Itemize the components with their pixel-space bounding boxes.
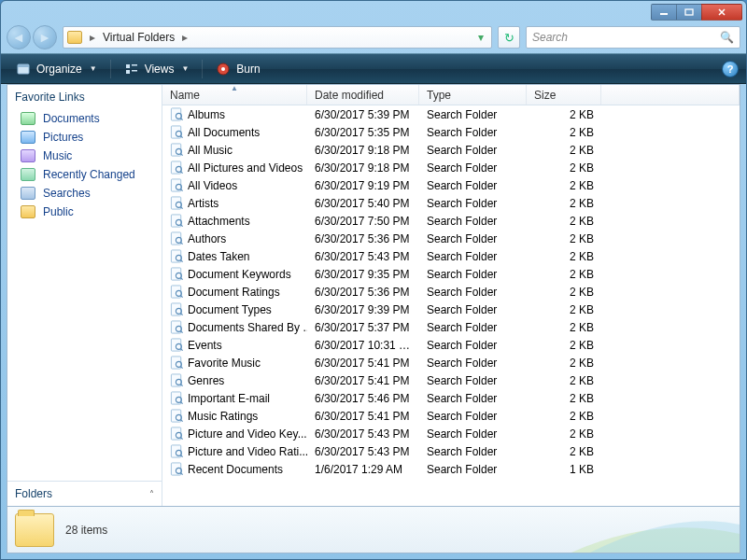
column-headers: ▲ Name Date modified Type Size	[162, 85, 740, 105]
titlebar[interactable]	[1, 1, 746, 21]
folder-icon	[15, 513, 54, 547]
burn-icon	[216, 62, 231, 77]
sidebar-item-public[interactable]: Public	[11, 203, 158, 221]
list-item[interactable]: Picture and Video Key...6/30/2017 5:43 P…	[162, 425, 740, 442]
forward-button[interactable]: ►	[33, 25, 57, 49]
chevron-down-icon: ▼	[90, 64, 97, 73]
breadcrumb-sep: ▸	[88, 31, 97, 44]
column-type[interactable]: Type	[419, 85, 527, 105]
burn-button[interactable]: Burn	[208, 59, 267, 79]
folder-icon	[67, 31, 82, 44]
column-name[interactable]: ▲ Name	[162, 85, 307, 105]
minimize-button[interactable]	[651, 4, 677, 21]
svg-rect-6	[126, 70, 130, 74]
maximize-button[interactable]	[676, 4, 702, 21]
svg-rect-7	[132, 70, 137, 72]
list-item[interactable]: All Documents6/30/2017 5:35 PMSearch Fol…	[162, 123, 740, 141]
sidebar-item-searches[interactable]: Searches	[11, 184, 158, 203]
body-area: Favorite Links DocumentsPicturesMusicRec…	[7, 84, 740, 507]
search-folder-icon	[170, 462, 184, 476]
sidebar-item-recently-changed[interactable]: Recently Changed	[11, 165, 158, 184]
search-folder-icon	[170, 391, 184, 405]
search-folder-icon	[170, 214, 184, 228]
search-folder-icon	[170, 356, 184, 370]
list-item[interactable]: Albums6/30/2017 5:39 PMSearch Folder2 KB	[162, 105, 740, 123]
svg-rect-3	[18, 64, 29, 67]
search-folder-icon	[170, 409, 184, 423]
svg-rect-5	[132, 64, 137, 66]
navigation-pane: Favorite Links DocumentsPicturesMusicRec…	[7, 85, 162, 506]
refresh-button[interactable]: ↻	[498, 26, 520, 49]
search-placeholder: Search	[532, 31, 568, 44]
list-item[interactable]: All Videos6/30/2017 9:19 PMSearch Folder…	[162, 176, 740, 194]
pic-icon	[21, 131, 35, 144]
sidebar-item-music[interactable]: Music	[11, 147, 158, 165]
srch-icon	[21, 187, 35, 200]
list-item[interactable]: Document Keywords6/30/2017 9:35 PMSearch…	[162, 265, 740, 283]
svg-rect-1	[685, 9, 693, 15]
list-item[interactable]: Favorite Music6/30/2017 5:41 PMSearch Fo…	[162, 354, 740, 371]
back-button[interactable]: ◄	[7, 25, 31, 49]
file-list-body[interactable]: Albums6/30/2017 5:39 PMSearch Folder2 KB…	[162, 105, 740, 506]
search-folder-icon	[170, 338, 184, 352]
list-item[interactable]: Dates Taken6/30/2017 5:43 PMSearch Folde…	[162, 247, 740, 265]
views-button[interactable]: Views ▼	[117, 59, 197, 79]
column-date[interactable]: Date modified	[307, 85, 419, 105]
address-bar[interactable]: ▸ Virtual Folders ▸ ▾	[63, 26, 492, 49]
organize-button[interactable]: Organize ▼	[8, 59, 105, 79]
svg-rect-4	[126, 64, 130, 68]
pub-icon	[21, 205, 35, 218]
close-button[interactable]	[701, 4, 742, 21]
mus-icon	[21, 149, 35, 162]
list-item[interactable]: Events6/30/2017 10:31 PMSearch Folder2 K…	[162, 336, 740, 354]
list-item[interactable]: Music Ratings6/30/2017 5:41 PMSearch Fol…	[162, 407, 740, 425]
file-list: ▲ Name Date modified Type Size Albums6/3…	[162, 85, 740, 506]
search-folder-icon	[170, 125, 184, 139]
nav-row: ◄ ► ▸ Virtual Folders ▸ ▾ ↻ Search 🔍	[1, 21, 746, 53]
list-item[interactable]: All Pictures and Videos6/30/2017 9:18 PM…	[162, 159, 740, 176]
sidebar-item-documents[interactable]: Documents	[11, 109, 158, 128]
breadcrumb-sep: ▸	[180, 31, 190, 44]
sidebar-item-pictures[interactable]: Pictures	[11, 128, 158, 147]
search-input[interactable]: Search 🔍	[526, 26, 740, 49]
sort-asc-icon: ▲	[231, 84, 238, 92]
list-item[interactable]: Important E-mail6/30/2017 5:46 PMSearch …	[162, 389, 740, 407]
item-count: 28 items	[65, 524, 107, 537]
breadcrumb-location[interactable]: Virtual Folders	[97, 31, 180, 44]
organize-icon	[16, 62, 31, 77]
list-item[interactable]: Genres6/30/2017 5:41 PMSearch Folder2 KB	[162, 371, 740, 389]
rec-icon	[21, 168, 35, 181]
search-folder-icon	[170, 302, 184, 316]
column-size[interactable]: Size	[527, 85, 601, 105]
address-dropdown-icon[interactable]: ▾	[474, 31, 487, 44]
list-item[interactable]: Recent Documents1/6/2017 1:29 AMSearch F…	[162, 460, 740, 478]
list-item[interactable]: Picture and Video Rati...6/30/2017 5:43 …	[162, 442, 740, 460]
search-icon: 🔍	[720, 31, 734, 44]
search-folder-icon	[170, 267, 184, 281]
doc-icon	[21, 112, 35, 125]
search-folder-icon	[170, 107, 184, 121]
search-folder-icon	[170, 161, 184, 175]
folders-header[interactable]: Folders ˄	[7, 481, 162, 506]
svg-point-9	[221, 67, 225, 71]
search-folder-icon	[170, 373, 184, 387]
list-item[interactable]: Document Ratings6/30/2017 5:36 PMSearch …	[162, 283, 740, 301]
help-button[interactable]: ?	[722, 61, 739, 77]
list-item[interactable]: Document Types6/30/2017 9:39 PMSearch Fo…	[162, 301, 740, 318]
svg-rect-0	[660, 13, 668, 15]
search-folder-icon	[170, 285, 184, 299]
explorer-window: ◄ ► ▸ Virtual Folders ▸ ▾ ↻ Search 🔍 Org…	[0, 0, 747, 560]
search-folder-icon	[170, 427, 184, 441]
search-folder-icon	[170, 178, 184, 192]
list-item[interactable]: Authors6/30/2017 5:36 PMSearch Folder2 K…	[162, 230, 740, 247]
list-item[interactable]: Artists6/30/2017 5:40 PMSearch Folder2 K…	[162, 194, 740, 212]
command-bar: Organize ▼ Views ▼ Burn ?	[1, 53, 746, 84]
search-folder-icon	[170, 320, 184, 334]
chevron-down-icon: ▼	[181, 64, 189, 73]
chevron-up-icon: ˄	[149, 489, 154, 499]
list-item[interactable]: All Music6/30/2017 9:18 PMSearch Folder2…	[162, 141, 740, 159]
search-folder-icon	[170, 196, 184, 210]
list-item[interactable]: Attachments6/30/2017 7:50 PMSearch Folde…	[162, 212, 740, 230]
list-item[interactable]: Documents Shared By ...6/30/2017 5:37 PM…	[162, 318, 740, 336]
search-folder-icon	[170, 231, 184, 245]
